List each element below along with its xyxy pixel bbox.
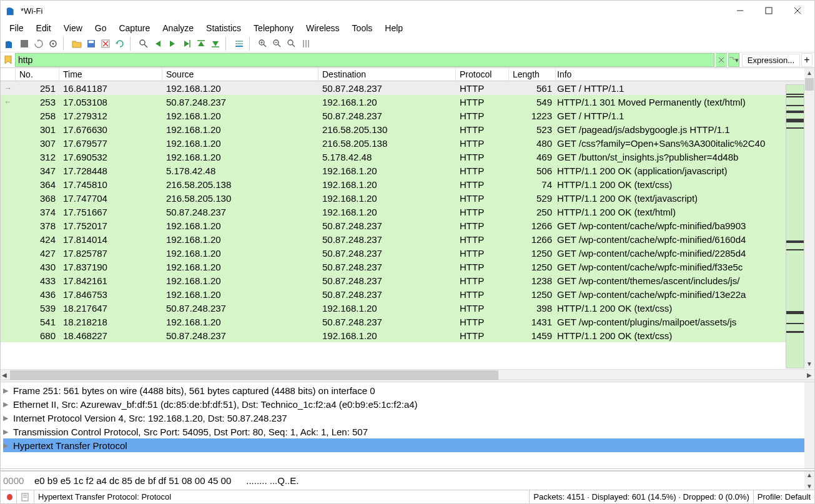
filter-apply-icon[interactable]: ▾	[728, 53, 739, 67]
save-file-icon[interactable]	[84, 37, 98, 51]
menu-wireless[interactable]: Wireless	[301, 22, 345, 34]
detail-row: ▶Frame 251: 561 bytes on wire (4488 bits…	[3, 383, 812, 397]
svg-line-13	[144, 44, 147, 47]
packet-row[interactable]: →25116.841187192.168.1.2050.87.248.237HT…	[1, 81, 814, 95]
col-source[interactable]: Source	[162, 68, 319, 81]
capture-options-icon[interactable]	[46, 37, 60, 51]
packet-hscrollbar[interactable]: ◀▶	[1, 369, 814, 380]
svg-point-27	[288, 40, 293, 45]
close-button[interactable]	[783, 1, 812, 20]
packet-bytes-pane[interactable]: 0000 e0 b9 e5 1c f2 a4 dc 85 de bf df 51…	[1, 471, 814, 490]
open-file-icon[interactable]	[70, 37, 84, 51]
svg-rect-8	[89, 41, 94, 43]
restart-capture-icon[interactable]	[32, 37, 46, 51]
chevron-right-icon: ▶	[3, 400, 13, 408]
hex-ascii[interactable]: ........ ...Q..E.	[246, 475, 299, 486]
svg-line-25	[278, 44, 280, 47]
menu-statistics[interactable]: Statistics	[201, 22, 246, 34]
go-last-icon[interactable]	[209, 37, 222, 51]
menu-help[interactable]: Help	[380, 22, 408, 34]
filter-bookmark-icon[interactable]	[2, 54, 14, 66]
packet-vscrollbar[interactable]: ▲▼	[804, 68, 814, 368]
start-capture-icon[interactable]	[3, 37, 17, 51]
titlebar: *Wi-Fi	[1, 1, 814, 21]
packet-list-pane: No. Time Source Destination Protocol Len…	[1, 67, 814, 380]
packet-minimap[interactable]	[786, 84, 804, 368]
chevron-right-icon: ▶	[3, 387, 13, 395]
zoom-out-icon[interactable]	[270, 37, 284, 51]
col-time[interactable]: Time	[59, 68, 162, 81]
stop-capture-icon[interactable]	[17, 37, 31, 51]
svg-point-12	[140, 40, 145, 45]
packet-row[interactable]: 30117.676630192.168.1.20216.58.205.130HT…	[1, 122, 814, 136]
packet-row[interactable]: 34717.7284485.178.42.48192.168.1.20HTTP5…	[1, 164, 814, 177]
details-vscrollbar[interactable]	[804, 382, 814, 468]
close-file-icon[interactable]	[99, 37, 112, 51]
packet-rows[interactable]: →25116.841187192.168.1.2050.87.248.237HT…	[1, 81, 814, 369]
zoom-reset-icon[interactable]	[285, 37, 299, 51]
packet-row[interactable]: 42417.814014192.168.1.2050.87.248.237HTT…	[1, 232, 814, 246]
packet-details-pane[interactable]: ▶Frame 251: 561 bytes on wire (4488 bits…	[1, 382, 814, 468]
col-no[interactable]: No.	[16, 68, 59, 81]
chevron-right-icon: ▶	[3, 442, 13, 450]
go-to-packet-icon[interactable]	[180, 37, 194, 51]
go-back-icon[interactable]	[151, 37, 165, 51]
filter-bar: ▾ Expression... +	[1, 52, 814, 67]
zoom-in-icon[interactable]	[256, 37, 270, 51]
detail-row-selected: ▶Hypertext Transfer Protocol	[3, 438, 812, 452]
packet-row[interactable]: 30717.679577192.168.1.20216.58.205.138HT…	[1, 136, 814, 150]
col-length[interactable]: Length	[509, 68, 556, 81]
packet-row[interactable]: 31217.690532192.168.1.205.178.42.48HTTP4…	[1, 150, 814, 164]
expert-info-icon[interactable]	[1, 490, 17, 503]
hex-bytes[interactable]: e0 b9 e5 1c f2 a4 dc 85 de bf df 51 08 0…	[34, 475, 231, 486]
menu-file[interactable]: File	[4, 22, 29, 34]
capture-file-properties-icon[interactable]	[17, 490, 34, 503]
menu-go[interactable]: Go	[90, 22, 112, 34]
detail-row: ▶Internet Protocol Version 4, Src: 192.1…	[3, 411, 812, 425]
packet-list-header: No. Time Source Destination Protocol Len…	[1, 68, 814, 81]
filter-expression-button[interactable]: Expression...	[742, 54, 800, 67]
auto-scroll-icon[interactable]	[232, 37, 246, 51]
menu-telephony[interactable]: Telephony	[249, 22, 299, 34]
menu-view[interactable]: View	[59, 22, 87, 34]
packet-row[interactable]: ←25317.05310850.87.248.237192.168.1.20HT…	[1, 95, 814, 109]
packet-row[interactable]: 43017.837190192.168.1.2050.87.248.237HTT…	[1, 260, 814, 274]
menu-capture[interactable]: Capture	[114, 22, 155, 34]
packet-row[interactable]: 37417.75166750.87.248.237192.168.1.20HTT…	[1, 205, 814, 219]
minimize-button[interactable]	[726, 1, 754, 20]
status-profile[interactable]: Profile: Default	[754, 490, 814, 503]
maximize-button[interactable]	[754, 1, 783, 20]
menu-analyze[interactable]: Analyze	[157, 22, 199, 34]
filter-clear-icon[interactable]	[716, 53, 727, 67]
filter-add-button[interactable]: +	[801, 53, 813, 67]
wireshark-icon	[6, 5, 17, 16]
packet-row[interactable]: 54118.218218192.168.1.2050.87.248.237HTT…	[1, 315, 814, 329]
svg-line-28	[292, 44, 295, 47]
packet-row[interactable]: 42717.825787192.168.1.2050.87.248.237HTT…	[1, 246, 814, 260]
packet-row[interactable]: 36817.747704216.58.205.130192.168.1.20HT…	[1, 191, 814, 205]
col-destination[interactable]: Destination	[319, 68, 456, 81]
hex-offset: 0000	[3, 475, 34, 486]
col-protocol[interactable]: Protocol	[456, 68, 509, 81]
chevron-right-icon: ▶	[3, 428, 13, 436]
menu-edit[interactable]: Edit	[31, 22, 56, 34]
hex-vscrollbar[interactable]: ▲▼	[804, 472, 814, 490]
packet-row[interactable]: 36417.745810216.58.205.138192.168.1.20HT…	[1, 177, 814, 191]
window-title: *Wi-Fi	[21, 6, 726, 16]
resize-columns-icon[interactable]	[299, 37, 313, 51]
packet-row[interactable]: 43617.846753192.168.1.2050.87.248.237HTT…	[1, 287, 814, 301]
packet-row[interactable]: 43317.842161192.168.1.2050.87.248.237HTT…	[1, 274, 814, 287]
go-forward-icon[interactable]	[165, 37, 179, 51]
menu-tools[interactable]: Tools	[347, 22, 378, 34]
packet-row[interactable]: 25817.279312192.168.1.2050.87.248.237HTT…	[1, 109, 814, 122]
packet-row[interactable]: 68018.46822750.87.248.237192.168.1.20HTT…	[1, 329, 814, 342]
packet-row[interactable]: 37817.752017192.168.1.2050.87.248.237HTT…	[1, 219, 814, 232]
reload-icon[interactable]	[113, 37, 127, 51]
go-first-icon[interactable]	[194, 37, 208, 51]
find-icon[interactable]	[137, 37, 151, 51]
svg-line-21	[264, 44, 266, 47]
col-info[interactable]: Info	[556, 68, 814, 81]
display-filter-input[interactable]	[15, 53, 714, 67]
packet-row[interactable]: 53918.21764750.87.248.237192.168.1.20HTT…	[1, 301, 814, 315]
status-packets: Packets: 4151 · Displayed: 601 (14.5%) ·…	[530, 490, 753, 503]
